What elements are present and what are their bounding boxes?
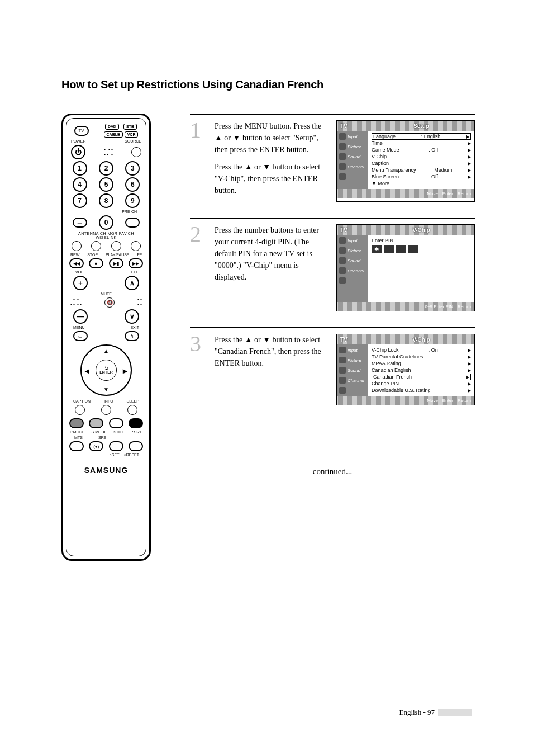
stop-label: STOP — [87, 253, 98, 257]
osd-footer: MoveEnterReturn — [337, 396, 474, 405]
osd-side-setup — [337, 277, 368, 284]
num-5[interactable]: 5 — [99, 177, 113, 192]
dash-button[interactable]: — — [73, 218, 87, 228]
info-label: INFO — [104, 399, 113, 403]
wiselink-button[interactable] — [131, 241, 141, 251]
num-2[interactable]: 2 — [99, 161, 113, 176]
caption-button[interactable] — [75, 405, 85, 415]
setup-icon — [339, 277, 346, 284]
ff-button[interactable]: ▶▶ — [129, 258, 143, 268]
osd-side-setup — [337, 173, 368, 180]
step-2: 2 Press the number buttons to enter your… — [190, 218, 475, 311]
num-9[interactable]: 9 — [125, 193, 140, 208]
rew-button[interactable]: ◀◀ — [69, 258, 84, 268]
ch-down-button[interactable]: ∨ — [125, 309, 139, 324]
chmgr-button[interactable] — [91, 241, 101, 251]
color-a-button[interactable] — [69, 418, 84, 428]
ch-label: CH — [131, 270, 137, 274]
page-bar-decoration — [438, 709, 472, 716]
page-title: How to Set up Restrictions Using Canadia… — [61, 78, 475, 91]
osd-row-caption: Caption▶ — [372, 160, 471, 167]
osd-side-channel: Channel — [337, 267, 368, 274]
osd-title: Setup — [368, 123, 474, 129]
input-icon — [339, 133, 346, 140]
step-1-number: 1 — [190, 120, 207, 202]
tv-button[interactable]: TV — [74, 126, 89, 136]
dvd-button[interactable]: DVD — [105, 124, 119, 130]
page-number-text: English - 97 — [399, 708, 435, 717]
osd-side-picture: Picture — [337, 357, 368, 363]
remote-control: TV DVD STB CABLE VCR POWER SOURC — [61, 114, 151, 561]
osd-side-input: Input — [337, 237, 368, 244]
osd-sidebar: Input Picture Sound Channel — [337, 131, 368, 189]
num-0[interactable]: 0 — [99, 215, 113, 230]
dpad[interactable]: ▲ ▼ ◀ ▶ ⮌ ENTER — [80, 344, 132, 396]
continued-text: continued... — [190, 467, 475, 476]
num-6[interactable]: 6 — [125, 177, 140, 192]
sleep-button[interactable] — [127, 405, 137, 415]
osd-side-channel: Channel — [337, 377, 368, 384]
exit-button[interactable]: ↰ — [125, 331, 139, 341]
osd-tv-label: TV — [337, 227, 368, 233]
color-b-button[interactable] — [89, 418, 103, 428]
prech-label: PRE-CH — [122, 210, 137, 214]
vcr-button[interactable]: VCR — [125, 131, 139, 138]
osd-sidebar: Input Picture Sound Channel — [337, 235, 368, 302]
ch-up-button[interactable]: ∧ — [125, 276, 139, 290]
info-button[interactable] — [101, 405, 111, 415]
osd-side-channel: Channel — [337, 163, 368, 170]
mts-button[interactable] — [69, 441, 84, 451]
osd-row-mpaa: MPAA Rating▶ — [372, 360, 471, 367]
cable-button[interactable]: CABLE — [104, 131, 123, 138]
pin-box-2 — [384, 245, 394, 253]
osd-row-bluescreen: Blue Screen: Off▶ — [372, 173, 471, 180]
sound-icon — [339, 153, 346, 160]
color-c-button[interactable] — [109, 418, 123, 428]
rew-label: REW — [70, 253, 79, 257]
num-8[interactable]: 8 — [99, 193, 113, 208]
osd-tv-label: TV — [337, 337, 368, 343]
num-3[interactable]: 3 — [125, 161, 140, 176]
setup-icon — [339, 173, 346, 180]
vol-down-button[interactable]: — — [73, 309, 88, 324]
num-4[interactable]: 4 — [73, 177, 87, 192]
osd-row-more: ▼ More — [372, 180, 471, 187]
power-button[interactable]: ⏻ — [71, 145, 85, 159]
stop-button[interactable]: ■ — [89, 258, 103, 268]
picture-icon — [339, 357, 346, 363]
num-7[interactable]: 7 — [73, 193, 87, 208]
input-icon — [339, 237, 346, 244]
mute-button[interactable]: 🔇 — [104, 297, 115, 308]
play-button[interactable]: ▶▮ — [109, 258, 123, 268]
srs-button[interactable]: (●) — [89, 441, 103, 451]
osd-row-can-english: Canadian English▶ — [372, 367, 471, 374]
osd-footer: MoveEnterReturn — [337, 189, 474, 198]
picture-icon — [339, 247, 346, 254]
enter-button[interactable]: ⮌ ENTER — [96, 360, 117, 381]
antenna-button[interactable] — [72, 241, 82, 251]
favch-button[interactable] — [111, 241, 121, 251]
pin-box-1: ✱ — [372, 245, 382, 253]
osd-title: V-Chip — [368, 337, 474, 343]
menu-button[interactable]: ▭ — [73, 331, 88, 341]
channel-icon — [339, 163, 346, 170]
vol-up-button[interactable]: ＋ — [73, 276, 88, 290]
osd-side-input: Input — [337, 347, 368, 353]
stb-button[interactable]: STB — [123, 124, 137, 130]
osd-row-vchip: V-Chip▶ — [372, 153, 471, 160]
psize-label: P.SIZE — [131, 430, 142, 434]
osd-side-input: Input — [337, 133, 368, 140]
caption-label: CAPTION — [73, 399, 91, 403]
input-icon — [339, 347, 346, 353]
num-1[interactable]: 1 — [73, 161, 87, 176]
osd-vchip-menu: TV V-Chip Input Picture Sound Channel — [336, 334, 475, 405]
extra1-button[interactable] — [109, 441, 123, 451]
srs-label: SRS — [98, 436, 106, 440]
osd-side-sound: Sound — [337, 153, 368, 160]
source-button[interactable] — [131, 147, 141, 157]
extra2-button[interactable] — [129, 441, 143, 451]
osd-row-can-french: Canadian French▶ — [372, 374, 471, 380]
color-d-button[interactable] — [129, 418, 143, 428]
osd-title: V-Chip — [368, 227, 474, 233]
prech-button[interactable] — [125, 218, 140, 228]
